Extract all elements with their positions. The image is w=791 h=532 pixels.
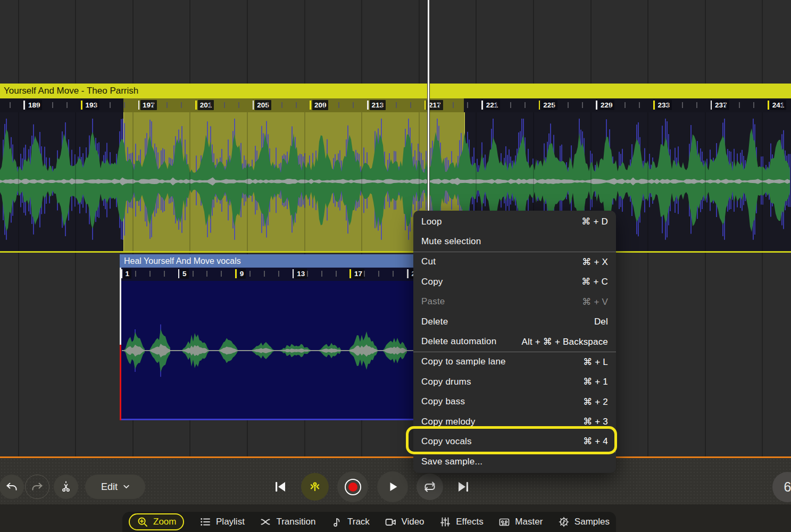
ruler-tick bbox=[424, 101, 426, 110]
ruler-tick bbox=[378, 271, 379, 277]
ruler-tick bbox=[639, 102, 640, 108]
ruler-tick bbox=[66, 102, 68, 108]
menu-item-delete[interactable]: DeleteDel bbox=[413, 312, 616, 331]
track1-ruler[interactable]: 1891931972012052092132172212252292332372… bbox=[0, 98, 791, 112]
tab-effects[interactable]: Effects bbox=[439, 516, 484, 528]
menu-item-shortcut: ⌘ + X bbox=[582, 256, 608, 268]
menu-item-copy-bass[interactable]: Copy bass⌘ + 2 bbox=[413, 392, 616, 412]
ruler-tick bbox=[539, 101, 540, 110]
ruler-tick bbox=[81, 101, 82, 110]
grid-line bbox=[18, 112, 19, 251]
ruler-tick bbox=[353, 102, 354, 108]
ruler-tick bbox=[453, 102, 454, 108]
ruler-tick bbox=[510, 102, 511, 108]
menu-item-copy[interactable]: Copy⌘ + C bbox=[413, 272, 616, 292]
menu-item-copy-drums[interactable]: Copy drums⌘ + 1 bbox=[413, 372, 616, 392]
record-button[interactable] bbox=[337, 471, 368, 502]
tab-label: Playlist bbox=[216, 517, 245, 527]
video-icon bbox=[385, 516, 396, 528]
clip-level-marker bbox=[120, 345, 121, 420]
ruler-tick bbox=[568, 102, 569, 108]
ruler-label: 193 bbox=[84, 100, 100, 110]
menu-item-shortcut: ⌘ + 4 bbox=[583, 436, 608, 447]
ruler-tick bbox=[221, 271, 222, 277]
ruler-tick bbox=[267, 102, 268, 108]
menu-item-shortcut: ⌘ + D bbox=[581, 216, 608, 227]
ruler-tick bbox=[364, 271, 365, 277]
tab-transition[interactable]: Transition bbox=[260, 516, 315, 528]
ruler-label: 5 bbox=[180, 269, 189, 279]
menu-item-cut[interactable]: Cut⌘ + X bbox=[413, 252, 616, 272]
redo-button[interactable] bbox=[25, 475, 49, 499]
ruler-tick bbox=[23, 101, 25, 110]
ruler-tick bbox=[338, 102, 339, 108]
undo-button[interactable] bbox=[0, 475, 24, 499]
grid-line bbox=[361, 112, 362, 251]
ruler-tick bbox=[467, 102, 468, 108]
tab-zoom[interactable]: Zoom bbox=[129, 513, 184, 530]
ruler-tick bbox=[393, 271, 394, 277]
edit-dropdown[interactable]: Edit bbox=[85, 475, 145, 499]
ruler-tick bbox=[711, 101, 712, 110]
menu-item-loop[interactable]: Loop⌘ + D bbox=[413, 212, 616, 231]
ruler-tick bbox=[164, 271, 165, 277]
menu-item-save-sample[interactable]: Save sample... bbox=[413, 452, 616, 472]
ruler-tick bbox=[253, 101, 254, 110]
ruler-label: 209 bbox=[312, 100, 329, 110]
grid-line bbox=[132, 112, 134, 251]
menu-item-copy-to-sample-lane[interactable]: Copy to sample lane⌘ + L bbox=[413, 352, 616, 372]
menu-item-label: Copy vocals bbox=[421, 436, 472, 447]
track1-clip-header[interactable]: Yourself And Move - Theo Parrish bbox=[0, 84, 791, 98]
grid-line bbox=[304, 112, 305, 251]
ruler-label: 221 bbox=[484, 100, 501, 110]
menu-item-paste[interactable]: Paste⌘ + V bbox=[413, 292, 616, 312]
menu-item-label: Mute selection bbox=[421, 236, 481, 247]
ruler-tick bbox=[496, 102, 497, 108]
menu-item-copy-melody[interactable]: Copy melody⌘ + 3 bbox=[413, 412, 616, 431]
ruler-tick bbox=[582, 102, 583, 108]
clip-start-marker bbox=[120, 268, 121, 351]
ruler-tick bbox=[296, 102, 297, 108]
snap-button[interactable] bbox=[301, 473, 329, 501]
ruler-tick bbox=[439, 102, 440, 108]
repeat-button[interactable] bbox=[417, 473, 443, 500]
play-icon bbox=[386, 480, 399, 494]
menu-item-delete-automation[interactable]: Delete automationAlt + ⌘ + Backspace bbox=[413, 331, 616, 351]
menu-item-shortcut: ⌘ + 3 bbox=[583, 416, 608, 427]
ruler-tick bbox=[238, 102, 239, 108]
ruler-tick bbox=[278, 271, 279, 277]
tab-master[interactable]: Master bbox=[498, 516, 543, 528]
ruler-tick bbox=[310, 101, 311, 110]
ruler-label: 237 bbox=[713, 100, 729, 110]
grid-line bbox=[75, 112, 76, 251]
menu-item-shortcut: ⌘ + 1 bbox=[583, 376, 608, 387]
tab-video[interactable]: Video bbox=[385, 516, 424, 528]
menu-item-mute-selection[interactable]: Mute selection bbox=[413, 231, 616, 251]
partial-right-button[interactable]: 6 bbox=[772, 472, 791, 502]
tab-playlist[interactable]: Playlist bbox=[199, 516, 245, 528]
ruler-tick bbox=[407, 269, 409, 278]
ruler-tick bbox=[206, 271, 207, 277]
track1-waveform bbox=[0, 112, 791, 251]
tab-samples[interactable]: Samples bbox=[558, 516, 610, 528]
grid-line bbox=[247, 112, 248, 251]
menu-item-copy-vocals[interactable]: Copy vocals⌘ + 4 bbox=[413, 431, 616, 451]
menu-item-label: Save sample... bbox=[421, 456, 482, 467]
grid-line bbox=[762, 112, 763, 251]
tab-track[interactable]: Track bbox=[331, 516, 370, 528]
track1-waveform-area[interactable] bbox=[0, 112, 791, 251]
ruler-tick bbox=[682, 102, 683, 108]
cut-tool-button[interactable] bbox=[54, 475, 78, 499]
menu-item-label: Cut bbox=[421, 256, 436, 267]
track1-bottom-border bbox=[0, 251, 791, 253]
skip-to-start-button[interactable] bbox=[272, 479, 288, 495]
ruler-tick bbox=[768, 101, 769, 110]
playlist-icon bbox=[199, 516, 211, 528]
skip-to-end-button[interactable] bbox=[455, 479, 471, 495]
ruler-tick bbox=[336, 271, 337, 277]
ruler-tick bbox=[153, 102, 154, 108]
menu-item-label: Copy drums bbox=[421, 377, 471, 387]
ruler-tick bbox=[668, 102, 669, 108]
ruler-label: 17 bbox=[352, 269, 364, 279]
play-button[interactable] bbox=[377, 471, 408, 502]
